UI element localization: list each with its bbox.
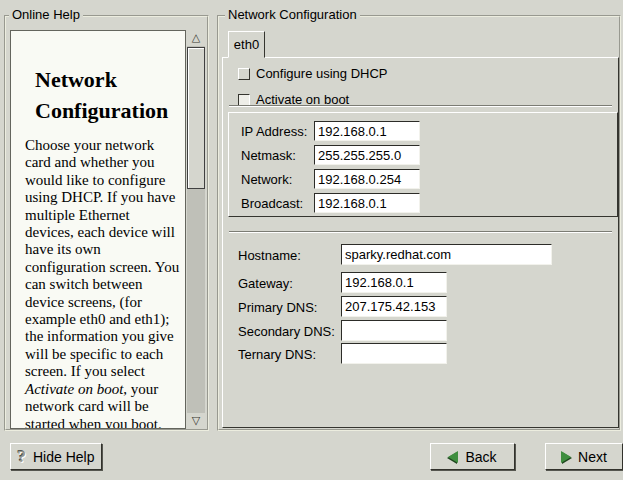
network-label: Network: (241, 172, 292, 187)
primary-dns-input[interactable] (341, 296, 447, 317)
scrollbar-up-icon[interactable]: △ (187, 30, 205, 46)
broadcast-input[interactable] (314, 193, 420, 213)
ternary-dns-input[interactable] (341, 343, 447, 364)
network-configuration-frame-label: Network Configuration (225, 8, 360, 22)
online-help-frame-label: Online Help (9, 8, 83, 22)
secondary-dns-label: Secondary DNS: (238, 324, 335, 339)
scrollbar-down-icon[interactable]: ▽ (187, 413, 205, 429)
scrollbar-thumb[interactable] (187, 47, 205, 189)
help-question-icon: ? (18, 447, 27, 467)
hostname-input[interactable] (341, 244, 552, 265)
help-title: Network Configuration (11, 31, 185, 126)
help-body-italic: Activate on boot (25, 381, 123, 397)
primary-dns-label: Primary DNS: (238, 300, 317, 315)
back-arrow-icon (448, 451, 458, 463)
gateway-input[interactable] (341, 272, 447, 293)
hostname-label: Hostname: (238, 248, 301, 263)
ternary-dns-label: Ternary DNS: (238, 347, 316, 362)
notebook-page: Configure using DHCP Activate on boot IP… (222, 57, 619, 428)
next-arrow-icon (561, 451, 571, 463)
hide-help-button[interactable]: ? Hide Help (10, 443, 102, 470)
netmask-label: Netmask: (241, 148, 296, 163)
help-viewport: Network Configuration Choose your networ… (10, 30, 186, 429)
separator (229, 231, 612, 233)
help-body-pre: Choose your network card and whether you… (25, 137, 179, 379)
hide-help-button-label: Hide Help (33, 449, 94, 465)
broadcast-label: Broadcast: (241, 196, 303, 211)
secondary-dns-input[interactable] (341, 320, 447, 341)
tab-eth0[interactable]: eth0 (228, 31, 265, 58)
netmask-input[interactable] (314, 145, 420, 165)
ip-settings-box: IP Address: Netmask: Network: Broadcast: (228, 112, 618, 217)
help-scrollbar[interactable]: △ ▽ (187, 30, 205, 429)
ip-address-label: IP Address: (241, 124, 307, 139)
ip-address-input[interactable] (314, 121, 420, 141)
separator (229, 105, 612, 107)
dhcp-checkbox[interactable] (238, 68, 250, 80)
back-button-label: Back (465, 449, 496, 465)
back-button[interactable]: Back (430, 443, 515, 470)
help-body-text: Choose your network card and whether you… (11, 126, 185, 429)
gateway-label: Gateway: (238, 276, 293, 291)
next-button[interactable]: Next (545, 443, 623, 470)
dhcp-checkbox-label[interactable]: Configure using DHCP (256, 66, 388, 81)
next-button-label: Next (578, 449, 607, 465)
network-input[interactable] (314, 169, 420, 189)
